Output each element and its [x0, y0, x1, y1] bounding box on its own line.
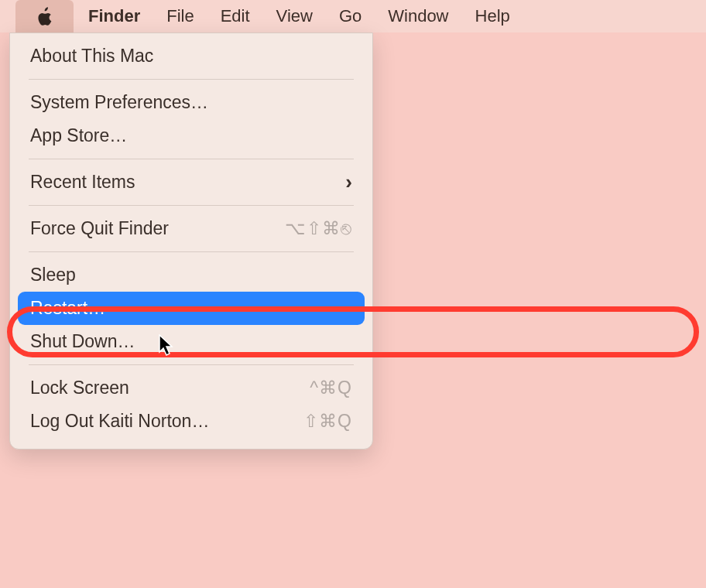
menubar-item-window[interactable]: Window	[375, 6, 461, 26]
menu-item-log-out[interactable]: Log Out Kaiti Norton… ⇧⌘Q	[10, 405, 372, 438]
menu-item-label: Sleep	[30, 265, 76, 285]
menu-item-label: Lock Screen	[30, 378, 129, 398]
menu-item-highlight: Restart…	[18, 292, 365, 325]
menu-separator	[29, 159, 354, 159]
menu-item-label: Force Quit Finder	[30, 218, 169, 239]
menu-item-lock-screen[interactable]: Lock Screen ^⌘Q	[10, 371, 372, 405]
menu-item-app-store[interactable]: App Store…	[10, 119, 372, 152]
menu-item-recent-items[interactable]: Recent Items ›	[10, 166, 372, 199]
menubar-item-file[interactable]: File	[153, 6, 207, 26]
menubar-item-view[interactable]: View	[263, 6, 326, 26]
menu-item-label: Shut Down…	[30, 331, 135, 352]
menu-item-label: System Preferences…	[30, 92, 208, 113]
menu-item-about[interactable]: About This Mac	[10, 39, 372, 73]
menubar: Finder File Edit View Go Window Help	[0, 0, 706, 32]
menu-item-sleep[interactable]: Sleep	[10, 258, 372, 292]
menu-item-force-quit[interactable]: Force Quit Finder ⌥⇧⌘⎋	[10, 212, 372, 245]
menu-separator	[29, 364, 354, 365]
menubar-item-go[interactable]: Go	[326, 6, 375, 26]
menu-item-label: App Store…	[30, 125, 127, 146]
menu-item-label: Recent Items	[30, 172, 135, 193]
chevron-right-icon: ›	[345, 170, 352, 194]
menu-item-shortcut: ⌥⇧⌘⎋	[285, 218, 352, 239]
menu-separator	[29, 205, 354, 206]
apple-menu-dropdown: About This Mac System Preferences… App S…	[9, 32, 373, 450]
menu-item-system-preferences[interactable]: System Preferences…	[10, 86, 372, 119]
menubar-item-help[interactable]: Help	[462, 6, 523, 26]
apple-logo-icon	[36, 6, 53, 27]
menu-item-shortcut: ^⌘Q	[310, 378, 352, 398]
menu-item-label: About This Mac	[30, 46, 153, 67]
menu-separator	[29, 79, 354, 80]
menu-item-label: Log Out Kaiti Norton…	[30, 411, 209, 432]
menu-separator	[29, 251, 354, 252]
menu-item-label: Restart…	[30, 298, 105, 319]
menu-item-restart[interactable]: Restart…	[10, 292, 372, 325]
menubar-item-edit[interactable]: Edit	[207, 6, 263, 26]
menu-item-shutdown[interactable]: Shut Down…	[10, 325, 372, 358]
apple-menu-button[interactable]	[15, 0, 74, 32]
menu-item-shortcut: ⇧⌘Q	[303, 411, 352, 432]
menubar-item-finder[interactable]: Finder	[74, 6, 153, 26]
